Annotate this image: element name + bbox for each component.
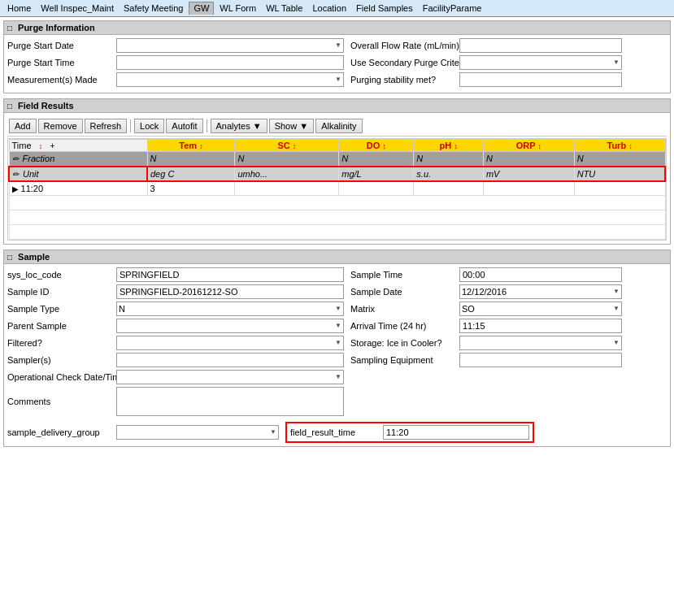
orp-header[interactable]: ORP ↕ (483, 140, 574, 152)
matrix-row: Matrix SO (350, 301, 667, 316)
remove-button[interactable]: Remove (38, 119, 83, 133)
nav-wltable[interactable]: WL Table (262, 2, 307, 15)
comments-label: Comments (7, 397, 113, 406)
parent-sample-label: Parent Sample (7, 321, 113, 331)
fraction-cell: ✏ Fraction (9, 152, 147, 167)
delivery-group-container: sample_delivery_group (7, 425, 279, 440)
secondary-purge-select[interactable] (459, 55, 622, 70)
ph-sort-icon: ↕ (454, 142, 458, 150)
turb-header[interactable]: Turb ↕ (574, 140, 665, 152)
sample-id-label: Sample ID (7, 287, 113, 297)
time-value: 11:20 (21, 184, 44, 193)
sample-date-wrapper: 12/12/2016 (459, 284, 622, 299)
field-results-body: Add Remove Refresh Lock Autofit Analytes… (4, 113, 670, 244)
ph-label: pH (439, 141, 451, 150)
purge-collapse-icon[interactable]: □ (7, 24, 12, 33)
unit-umho: umho... (235, 167, 339, 181)
purge-start-time-input[interactable] (116, 55, 344, 70)
sample-type-select[interactable]: N (116, 301, 344, 316)
nav-facilityparam[interactable]: FacilityParame (419, 2, 486, 15)
op-check-select[interactable] (116, 370, 344, 384)
purge-header: □ Purge Information (4, 21, 670, 35)
secondary-purge-row: Use Secondary Purge Criteria? (350, 55, 667, 70)
flow-rate-input[interactable] (459, 38, 622, 53)
matrix-label: Matrix (350, 304, 456, 314)
autofit-button[interactable]: Autofit (166, 119, 202, 133)
show-button[interactable]: Show ▼ (269, 119, 314, 133)
turb-sort-icon: ↕ (628, 142, 633, 150)
unit-pencil-icon: ✏ (12, 170, 19, 179)
fraction-n-tem: N (147, 152, 235, 167)
sys-loc-input[interactable] (116, 267, 344, 282)
tem-cell[interactable]: 3 (147, 181, 235, 196)
purge-form: Purge Start Date Purge Start Time Measur… (7, 38, 667, 89)
toolbar-sep-1 (130, 119, 131, 132)
alkalinity-button[interactable]: Alkalinity (315, 119, 362, 133)
purge-start-time-row: Purge Start Time (7, 55, 344, 70)
unit-mv: mV (483, 167, 574, 181)
lock-button[interactable]: Lock (134, 119, 164, 133)
nav-wlform[interactable]: WL Form (215, 2, 260, 15)
nav-gw[interactable]: GW (189, 2, 214, 15)
do-label: DO (367, 141, 380, 150)
sample-collapse-icon[interactable]: □ (7, 253, 12, 262)
field-results-collapse-icon[interactable]: □ (7, 102, 12, 111)
field-result-time-container: field_result_time (285, 422, 534, 443)
turb-cell[interactable] (574, 181, 665, 196)
arrival-time-input[interactable] (459, 319, 622, 333)
nav-fieldsamples[interactable]: Field Samples (352, 2, 417, 15)
flow-rate-row: Overall Flow Rate (mL/min) (350, 38, 667, 53)
row-expand-icon[interactable]: ▶ (12, 184, 19, 193)
sample-time-input[interactable] (459, 267, 622, 282)
purge-start-date-input[interactable] (116, 38, 344, 53)
purge-right: Overall Flow Rate (mL/min) Use Secondary… (350, 38, 667, 89)
fraction-row: ✏ Fraction N N N N N N (9, 152, 665, 167)
do-cell[interactable] (339, 181, 414, 196)
fraction-n-do: N (339, 152, 414, 167)
tem-label: Tem (179, 141, 197, 150)
filtered-select[interactable] (116, 336, 344, 350)
delivery-group-select[interactable] (116, 425, 279, 440)
nav-safety[interactable]: Safety Meeting (120, 2, 187, 15)
parent-sample-select[interactable] (116, 319, 344, 333)
nav-well[interactable]: Well Inspec_Maint (37, 2, 118, 15)
measurements-select[interactable] (116, 72, 344, 87)
refresh-button[interactable]: Refresh (85, 119, 128, 133)
purge-title: Purge Information (18, 23, 95, 33)
field-result-time-input[interactable] (383, 425, 529, 440)
parent-sample-row: Parent Sample (7, 319, 344, 333)
turb-label: Turb (607, 141, 627, 150)
do-header[interactable]: DO ↕ (339, 140, 414, 152)
tem-header[interactable]: Tem ↕ (147, 140, 235, 152)
sys-loc-row: sys_loc_code (7, 267, 344, 282)
sample-date-select[interactable]: 12/12/2016 (459, 284, 622, 299)
purging-stability-input[interactable] (459, 72, 622, 87)
storage-select[interactable] (459, 336, 622, 350)
sc-cell[interactable] (235, 181, 339, 196)
nav-location[interactable]: Location (308, 2, 350, 15)
unit-su: s.u. (414, 167, 484, 181)
sampling-equip-input[interactable] (459, 353, 622, 367)
unit-label: Unit (23, 169, 39, 179)
add-button[interactable]: Add (9, 119, 37, 133)
fraction-n-ph: N (414, 152, 484, 167)
time-sort-icon[interactable]: ↕ (39, 142, 43, 150)
sc-header[interactable]: SC ↕ (235, 140, 339, 152)
orp-cell[interactable] (483, 181, 574, 196)
nav-home[interactable]: Home (3, 2, 35, 15)
filtered-label: Filtered? (7, 338, 113, 348)
purging-stability-label: Purging stability met? (350, 75, 456, 85)
navigation[interactable]: Home Well Inspec_Maint Safety Meeting GW… (0, 0, 674, 17)
time-column-header[interactable]: Time ↕ + (9, 140, 147, 152)
sample-type-label: Sample Type (7, 304, 113, 314)
comments-textarea[interactable] (116, 387, 344, 416)
sample-id-input[interactable] (116, 284, 344, 299)
sampler-input[interactable] (116, 353, 344, 367)
analytes-button[interactable]: Analytes ▼ (211, 119, 267, 133)
matrix-select[interactable]: SO (459, 301, 622, 316)
ph-cell[interactable] (414, 181, 484, 196)
arrival-time-row: Arrival Time (24 hr) (350, 319, 667, 333)
table-row[interactable]: ▶ 11:20 3 (9, 181, 665, 196)
ph-header[interactable]: pH ↕ (414, 140, 484, 152)
expand-icon[interactable]: + (50, 141, 54, 150)
